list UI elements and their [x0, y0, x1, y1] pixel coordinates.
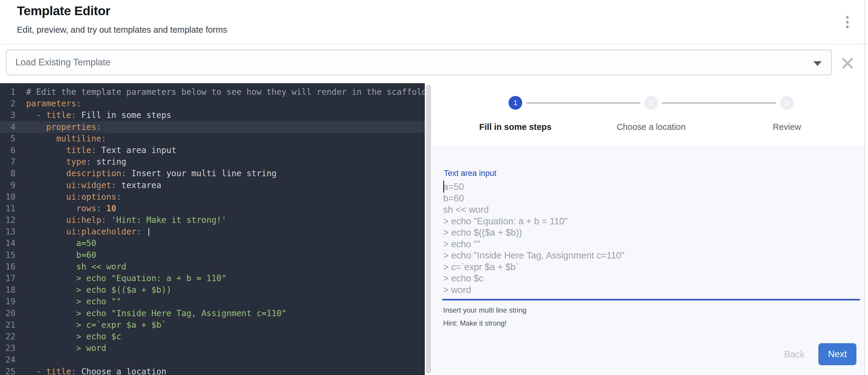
line-code: properties: — [16, 121, 101, 133]
line-code: type: string — [16, 156, 126, 167]
stepper-step-2-icon[interactable]: 2 — [644, 96, 658, 110]
step-number: 2 — [649, 99, 653, 107]
line-number: 13 — [0, 226, 16, 238]
line-code: > word — [16, 342, 106, 354]
line-code: description: Insert your multi line stri… — [16, 167, 277, 179]
template-preview-panel: 1 2 3 Fill in some steps Choose a locati… — [433, 83, 864, 375]
page-subtitle: Edit, preview, and try out templates and… — [17, 25, 227, 35]
line-number: 17 — [0, 273, 16, 284]
line-number: 9 — [0, 180, 16, 191]
close-icon — [840, 56, 855, 71]
editor-line[interactable]: 6 title: Text area input — [0, 145, 425, 156]
stepper-connector — [526, 102, 640, 103]
editor-line[interactable]: 1# Edit the template parameters below to… — [0, 86, 425, 98]
load-template-select[interactable]: Load Existing Template — [6, 50, 832, 75]
line-number: 12 — [0, 214, 16, 226]
editor-line[interactable]: 23 > word — [0, 342, 425, 354]
editor-scrollbar-thumb[interactable] — [426, 85, 431, 374]
line-number: 23 — [0, 342, 16, 354]
line-number: 15 — [0, 249, 16, 261]
editor-line[interactable]: 4 properties: — [0, 121, 425, 133]
line-number: 11 — [0, 202, 16, 214]
editor-scrollbar-track — [425, 83, 433, 375]
editor-line[interactable]: 17 > echo "Equation: a + b = 110" — [0, 273, 425, 284]
line-number: 19 — [0, 296, 16, 307]
stepper-step-3-icon[interactable]: 3 — [780, 96, 794, 110]
line-code: b=60 — [16, 249, 96, 261]
step-number: 3 — [785, 99, 789, 107]
editor-line[interactable]: 25 - title: Choose a location — [0, 366, 425, 375]
editor-line[interactable]: 19 > echo "" — [0, 296, 425, 307]
kebab-menu-icon[interactable] — [841, 12, 854, 31]
line-code: - title: Choose a location — [16, 366, 166, 375]
line-code: parameters: — [16, 98, 81, 110]
stepper-connector — [662, 102, 776, 103]
editor-line[interactable]: 11 rows: 10 — [0, 202, 425, 214]
stepper-step-1-icon[interactable]: 1 — [508, 96, 522, 110]
line-code: ui:placeholder: | — [16, 226, 151, 238]
page-title: Template Editor — [17, 4, 110, 18]
yaml-code-editor[interactable]: 1# Edit the template parameters below to… — [0, 83, 425, 375]
line-code: - title: Fill in some steps — [16, 110, 172, 121]
step-number: 1 — [513, 99, 517, 107]
line-number: 5 — [0, 133, 16, 145]
line-number: 18 — [0, 284, 16, 296]
textarea-field-label: Text area input — [444, 169, 496, 178]
editor-line[interactable]: 8 description: Insert your multi line st… — [0, 167, 425, 179]
template-picker-bar: Load Existing Template — [0, 44, 868, 83]
editor-line[interactable]: 3 - title: Fill in some steps — [0, 110, 425, 121]
caret-down-icon[interactable] — [813, 61, 822, 66]
editor-line[interactable]: 22 > echo $c — [0, 331, 425, 342]
line-number: 22 — [0, 331, 16, 342]
editor-line[interactable]: 12 ui:help: 'Hint: Make it strong!' — [0, 214, 425, 226]
line-number: 8 — [0, 167, 16, 179]
editor-line[interactable]: 14 a=50 — [0, 238, 425, 249]
line-code: ui:help: 'Hint: Make it strong!' — [16, 214, 226, 226]
line-number: 4 — [0, 121, 16, 133]
template-editor-app: Template Editor Edit, preview, and try o… — [0, 0, 868, 375]
line-number: 10 — [0, 191, 16, 202]
line-code: > echo "" — [16, 296, 121, 307]
line-code: a=50 — [16, 238, 96, 249]
editor-lines: 1# Edit the template parameters below to… — [0, 86, 425, 375]
textarea-focus-underline — [442, 299, 860, 301]
stepper-label-review: Review — [724, 122, 849, 132]
line-number: 16 — [0, 261, 16, 273]
clear-selection-button[interactable] — [840, 56, 855, 71]
line-number: 6 — [0, 145, 16, 156]
editor-line[interactable]: 5 multiline: — [0, 133, 425, 145]
editor-line[interactable]: 21 > c=`expr $a + $b` — [0, 319, 425, 331]
page-header: Template Editor Edit, preview, and try o… — [0, 0, 868, 44]
field-description: Insert your multi line string — [443, 306, 526, 314]
editor-line[interactable]: 2parameters: — [0, 98, 425, 110]
editor-line[interactable]: 16 sh << word — [0, 261, 425, 273]
editor-line[interactable]: 15 b=60 — [0, 249, 425, 261]
editor-line[interactable]: 24 — [0, 354, 425, 366]
editor-line[interactable]: 18 > echo $(($a + $b)) — [0, 284, 425, 296]
line-code: title: Text area input — [16, 145, 177, 156]
line-number: 20 — [0, 308, 16, 319]
line-number: 21 — [0, 319, 16, 331]
line-code: multiline: — [16, 133, 106, 145]
line-code: ui:widget: textarea — [16, 180, 161, 191]
field-help-text: Hint: Make it strong! — [443, 319, 506, 327]
next-button[interactable]: Next — [818, 343, 857, 365]
editor-line[interactable]: 9 ui:widget: textarea — [0, 180, 425, 191]
back-button[interactable]: Back — [774, 344, 815, 365]
line-code: > echo "Inside Here Tag, Assignment c=11… — [16, 308, 287, 319]
step-form: Text area input Insert your multi line s… — [433, 146, 864, 375]
line-code: > echo "Equation: a + b = 110" — [16, 273, 226, 284]
stepper-label-fill-in-some-steps: Fill in some steps — [453, 122, 578, 132]
editor-line[interactable]: 13 ui:placeholder: | — [0, 226, 425, 238]
editor-line[interactable]: 7 type: string — [0, 156, 425, 167]
editor-line[interactable]: 20 > echo "Inside Here Tag, Assignment c… — [0, 308, 425, 319]
line-number: 14 — [0, 238, 16, 249]
line-number: 25 — [0, 366, 16, 375]
line-number: 1 — [0, 86, 16, 98]
line-code: # Edit the template parameters below to … — [16, 86, 425, 98]
line-number: 7 — [0, 156, 16, 167]
editor-line[interactable]: 10 ui:options: — [0, 191, 425, 202]
stepper-label-choose-a-location: Choose a location — [589, 122, 714, 132]
line-number: 2 — [0, 98, 16, 110]
multiline-textarea-input[interactable] — [443, 181, 860, 298]
